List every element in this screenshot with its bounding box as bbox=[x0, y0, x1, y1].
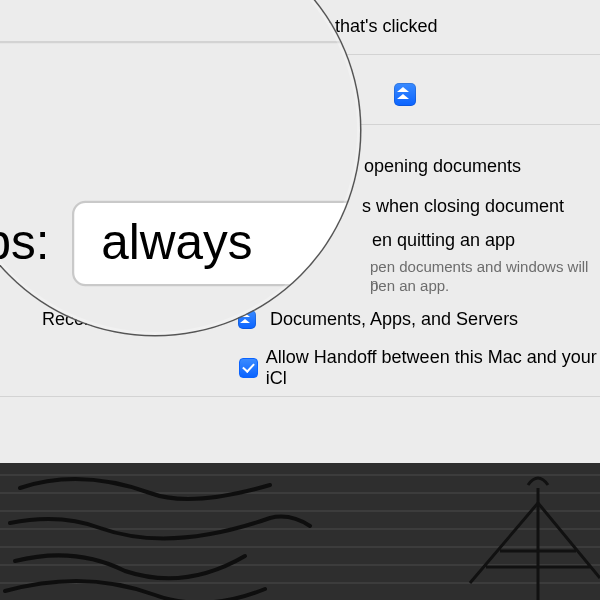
ask-keep-suffix: s when closing document bbox=[362, 196, 564, 217]
desktop-wallpaper bbox=[0, 463, 600, 600]
prefer-tabs-select[interactable]: always bbox=[72, 201, 360, 287]
default-browser-popup[interactable] bbox=[394, 83, 416, 110]
preferences-pane: spot that's clicked ult opening document… bbox=[0, 0, 600, 600]
default-row-mag bbox=[0, 88, 360, 147]
magnifier-lens: : Safari tabs: always Ask to ke Close bbox=[0, 0, 360, 335]
close-explain-2: pen an app. bbox=[370, 277, 449, 294]
handoff-label: Allow Handoff between this Mac and your … bbox=[266, 347, 600, 389]
tabs-label: tabs: bbox=[0, 214, 72, 273]
handoff-row[interactable]: Allow Handoff between this Mac and your … bbox=[239, 347, 600, 389]
prefer-tabs-suffix: opening documents bbox=[364, 156, 521, 177]
recent-items-desc: Documents, Apps, and Servers bbox=[270, 309, 518, 330]
close-quitting-suffix: en quitting an app bbox=[372, 230, 515, 251]
handoff-checkbox[interactable] bbox=[239, 358, 258, 378]
section-divider-3 bbox=[0, 396, 600, 397]
